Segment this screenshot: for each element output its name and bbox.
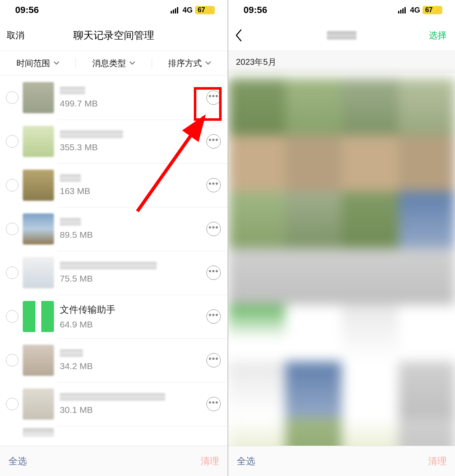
select-all-button[interactable]: 全选 [237, 455, 255, 468]
select-all-button[interactable]: 全选 [8, 455, 27, 468]
media-item[interactable] [342, 135, 399, 192]
battery-value: 67 [198, 6, 205, 14]
chat-row[interactable]: 499.7 MB ••• [0, 76, 228, 120]
chat-row[interactable]: 89.5 MB ••• [0, 207, 228, 251]
filter-message-type[interactable]: 消息类型 [76, 58, 151, 69]
media-item[interactable] [228, 248, 285, 305]
chat-row[interactable]: 文件传输助手 64.9 MB ••• [0, 295, 228, 338]
media-item[interactable] [399, 248, 455, 305]
select-radio[interactable] [6, 135, 19, 148]
media-item[interactable] [399, 78, 455, 135]
back-button[interactable] [235, 20, 243, 51]
chat-info: 355.3 MB [60, 130, 202, 152]
svg-rect-8 [404, 7, 406, 13]
more-button[interactable]: ••• [206, 178, 221, 192]
network-label: 4G [182, 6, 193, 15]
avatar [23, 388, 54, 420]
cleanup-button[interactable]: 清理 [428, 455, 447, 468]
avatar [23, 257, 54, 288]
more-button[interactable]: ••• [206, 266, 221, 280]
chat-size: 89.5 MB [60, 230, 202, 240]
media-item[interactable] [399, 191, 455, 248]
media-item[interactable] [228, 78, 285, 135]
svg-rect-5 [398, 11, 399, 13]
media-item[interactable] [342, 248, 399, 305]
left-screen: 09:56 4G 67⚡ 取消 聊天记录空间管理 时间范围 消息类型 排序方式 [0, 0, 228, 476]
media-item[interactable] [285, 305, 342, 362]
chat-name-blurred [60, 349, 83, 357]
cleanup-button[interactable]: 清理 [201, 455, 219, 468]
chat-size: 75.5 MB [60, 274, 202, 284]
chat-info: 75.5 MB [60, 262, 202, 284]
media-item[interactable] [228, 135, 285, 192]
media-item[interactable] [342, 362, 399, 418]
filter-label: 排序方式 [168, 58, 202, 69]
chat-row[interactable]: 30.1 MB ••• [0, 382, 228, 426]
media-item[interactable] [399, 362, 455, 418]
status-time: 09:56 [15, 5, 39, 16]
media-grid[interactable] [228, 78, 455, 446]
select-button[interactable]: 选择 [429, 20, 447, 51]
cancel-button[interactable]: 取消 [7, 20, 24, 51]
more-button[interactable]: ••• [206, 397, 221, 411]
more-button[interactable]: ••• [206, 134, 221, 149]
chat-row[interactable]: 163 MB ••• [0, 163, 228, 207]
media-item[interactable] [342, 78, 399, 135]
svg-rect-2 [175, 8, 176, 13]
avatar [23, 82, 54, 113]
media-item[interactable] [285, 362, 342, 418]
chat-row[interactable]: 75.5 MB ••• [0, 251, 228, 295]
chat-size: 163 MB [60, 186, 202, 196]
charging-icon: ⚡ [434, 7, 441, 13]
svg-rect-1 [173, 10, 174, 13]
bottom-bar: 全选 清理 [228, 446, 455, 476]
chat-size: 30.1 MB [60, 405, 202, 415]
media-item[interactable] [228, 305, 285, 362]
chat-name-blurred [60, 174, 81, 182]
status-bar: 09:56 4G 67⚡ [228, 0, 455, 20]
bottom-bar: 全选 清理 [0, 446, 228, 476]
media-item[interactable] [399, 135, 455, 192]
chat-name-blurred [60, 393, 165, 401]
nav-bar: 选择 [228, 20, 455, 51]
avatar [23, 428, 54, 437]
media-item[interactable] [285, 78, 342, 135]
avatar [23, 213, 54, 245]
media-item[interactable] [342, 191, 399, 248]
status-right: 4G 67⚡ [398, 6, 442, 15]
chat-info: 文件传输助手 64.9 MB [60, 303, 202, 330]
chat-row[interactable]: 355.3 MB ••• [0, 120, 228, 163]
chevron-down-icon [129, 60, 135, 66]
more-button[interactable]: ••• [206, 222, 221, 236]
select-radio[interactable] [6, 179, 19, 191]
more-button[interactable]: ••• [206, 353, 221, 367]
media-item[interactable] [399, 305, 455, 362]
nav-bar: 取消 聊天记录空间管理 [0, 20, 228, 51]
media-item[interactable] [228, 191, 285, 248]
filter-label: 消息类型 [92, 58, 126, 69]
select-radio[interactable] [6, 310, 19, 323]
chat-name-blurred [60, 130, 123, 138]
media-item[interactable] [285, 191, 342, 248]
more-button[interactable]: ••• [206, 90, 221, 105]
more-button[interactable]: ••• [206, 309, 221, 324]
page-title: 聊天记录空间管理 [73, 29, 154, 42]
select-radio[interactable] [6, 266, 19, 279]
status-right: 4G 67⚡ [171, 6, 215, 15]
media-item[interactable] [285, 248, 342, 305]
battery-indicator: 67⚡ [423, 6, 442, 14]
filter-time-range[interactable]: 时间范围 [0, 58, 75, 69]
charging-icon: ⚡ [206, 7, 213, 13]
select-radio[interactable] [6, 223, 19, 235]
chevron-down-icon [205, 60, 211, 66]
filter-sort[interactable]: 排序方式 [152, 58, 228, 69]
select-radio[interactable] [6, 398, 19, 410]
select-radio[interactable] [6, 354, 19, 367]
media-item[interactable] [342, 305, 399, 362]
chat-row[interactable]: 34.2 MB ••• [0, 338, 228, 382]
filter-label: 时间范围 [16, 58, 50, 69]
media-item[interactable] [228, 362, 285, 418]
chat-list: 499.7 MB ••• 355.3 MB ••• 163 MB ••• [0, 76, 228, 449]
media-item[interactable] [285, 135, 342, 192]
select-radio[interactable] [6, 91, 19, 104]
